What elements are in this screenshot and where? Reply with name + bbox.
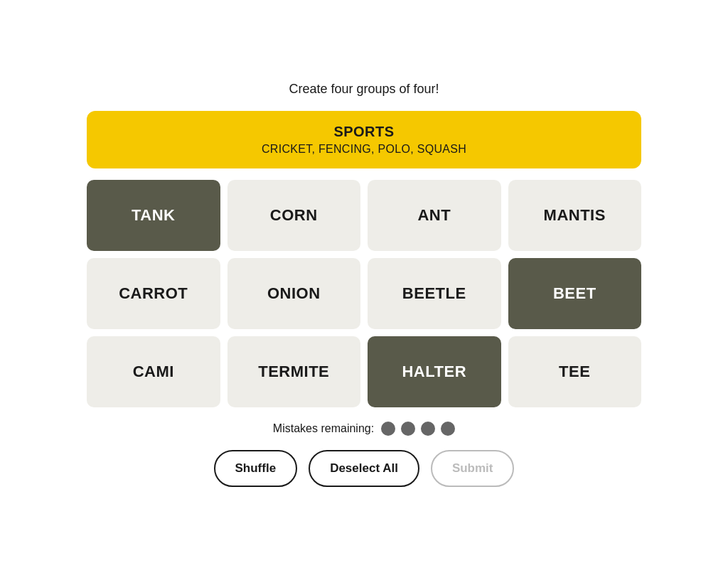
mistakes-row: Mistakes remaining: <box>273 422 455 436</box>
mistake-dot-1 <box>401 422 415 436</box>
word-card-ant[interactable]: ANT <box>368 180 501 251</box>
word-card-tee[interactable]: TEE <box>508 336 642 407</box>
instruction-text: Create four groups of four! <box>289 82 439 97</box>
shuffle-button[interactable]: Shuffle <box>214 450 298 487</box>
mistakes-label: Mistakes remaining: <box>273 422 374 435</box>
word-card-mantis[interactable]: MANTIS <box>508 180 642 251</box>
mistake-dot-3 <box>441 422 455 436</box>
word-card-halter[interactable]: HALTER <box>368 336 501 407</box>
word-card-beetle[interactable]: BEETLE <box>368 258 501 329</box>
deselect-button[interactable]: Deselect All <box>309 450 419 487</box>
mistakes-dots <box>381 422 455 436</box>
mistake-dot-2 <box>421 422 435 436</box>
word-card-beet[interactable]: BEET <box>508 258 642 329</box>
word-card-corn[interactable]: CORN <box>228 180 361 251</box>
game-container: Create four groups of four! SPORTS CRICK… <box>87 82 641 487</box>
solved-category-sports: SPORTS CRICKET, FENCING, POLO, SQUASH <box>87 111 641 168</box>
category-name: SPORTS <box>104 124 624 140</box>
word-card-cami[interactable]: CAMI <box>87 336 220 407</box>
word-card-carrot[interactable]: CARROT <box>87 258 220 329</box>
word-card-tank[interactable]: TANK <box>87 180 220 251</box>
word-card-termite[interactable]: TERMITE <box>228 336 361 407</box>
category-words: CRICKET, FENCING, POLO, SQUASH <box>104 143 624 156</box>
mistake-dot-0 <box>381 422 395 436</box>
word-grid: TANKCORNANTMANTISCARROTONIONBEETLEBEETCA… <box>87 180 641 407</box>
submit-button[interactable]: Submit <box>431 450 515 487</box>
word-card-onion[interactable]: ONION <box>228 258 361 329</box>
buttons-row: Shuffle Deselect All Submit <box>214 450 515 487</box>
